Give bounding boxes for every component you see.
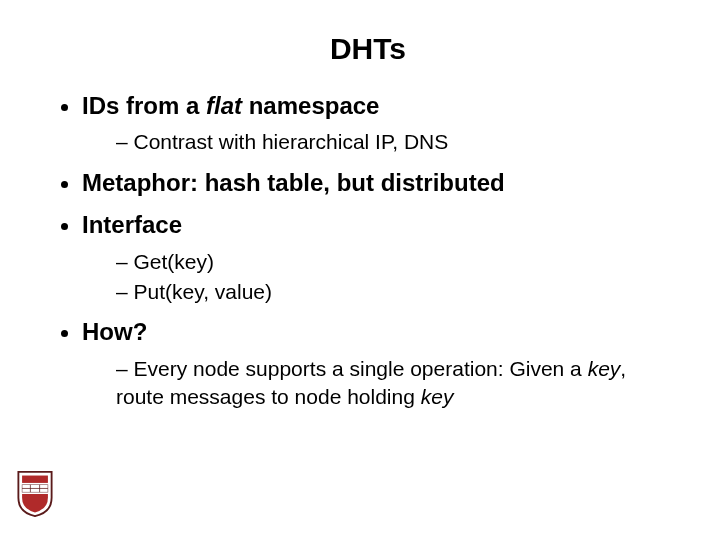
svg-rect-0 (22, 476, 48, 483)
text-span: How? (82, 318, 147, 345)
bullet-interface: Interface Get(key) Put(key, value) (82, 209, 672, 306)
slide-title: DHTs (64, 32, 672, 66)
sub-list: Get(key) Put(key, value) (82, 248, 672, 307)
sub-bullet: Put(key, value) (116, 278, 672, 306)
sub-list: Every node supports a single operation: … (82, 355, 672, 412)
sub-bullet: Contrast with hierarchical IP, DNS (116, 128, 672, 156)
sub-bullet: Get(key) (116, 248, 672, 276)
bullet-ids-flat-namespace: IDs from a flat namespace Contrast with … (82, 90, 672, 157)
text-span: Every node supports a single operation: … (134, 357, 588, 380)
bullet-metaphor: Metaphor: hash table, but distributed (82, 167, 672, 199)
highlight-box (88, 420, 588, 488)
text-span: namespace (242, 92, 379, 119)
bullet-how: How? Every node supports a single operat… (82, 316, 672, 411)
text-emphasis: key (588, 357, 621, 380)
text-emphasis: key (421, 385, 454, 408)
bullet-list: IDs from a flat namespace Contrast with … (64, 90, 672, 411)
sub-bullet: Every node supports a single operation: … (116, 355, 672, 412)
text-span: Interface (82, 211, 182, 238)
university-crest-icon (16, 470, 54, 518)
slide: DHTs IDs from a flat namespace Contrast … (0, 0, 720, 540)
sub-list: Contrast with hierarchical IP, DNS (82, 128, 672, 156)
text-emphasis: flat (206, 92, 242, 119)
text-span: IDs from a (82, 92, 206, 119)
